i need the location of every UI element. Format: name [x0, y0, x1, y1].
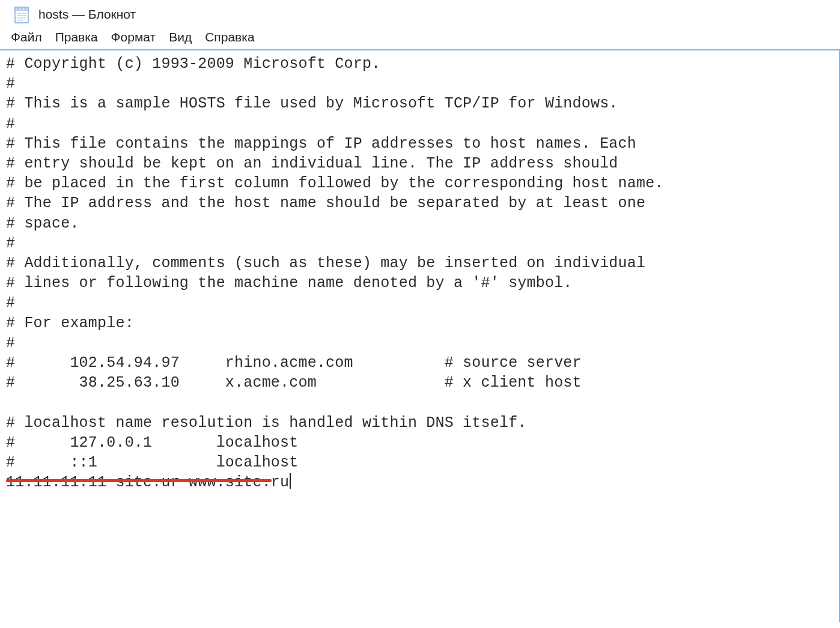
menu-format[interactable]: Формат — [111, 30, 156, 44]
text-content[interactable]: # Copyright (c) 1993-2009 Microsoft Corp… — [0, 50, 840, 497]
window-title: hosts — Блокнот — [38, 7, 136, 22]
menu-view[interactable]: Вид — [169, 30, 192, 44]
notepad-app-icon — [13, 5, 30, 24]
menu-edit[interactable]: Правка — [55, 30, 98, 44]
menu-help[interactable]: Справка — [205, 30, 254, 44]
titlebar: hosts — Блокнот — [0, 0, 840, 28]
highlight-underline — [6, 479, 272, 482]
svg-point-4 — [25, 8, 26, 10]
svg-point-3 — [21, 8, 22, 10]
menubar: Файл Правка Формат Вид Справка — [0, 28, 840, 49]
text-cursor — [290, 473, 291, 489]
file-text[interactable]: # Copyright (c) 1993-2009 Microsoft Corp… — [6, 55, 664, 491]
menu-file[interactable]: Файл — [11, 30, 42, 44]
svg-point-2 — [17, 8, 19, 10]
editor-area[interactable]: # Copyright (c) 1993-2009 Microsoft Corp… — [0, 49, 840, 622]
